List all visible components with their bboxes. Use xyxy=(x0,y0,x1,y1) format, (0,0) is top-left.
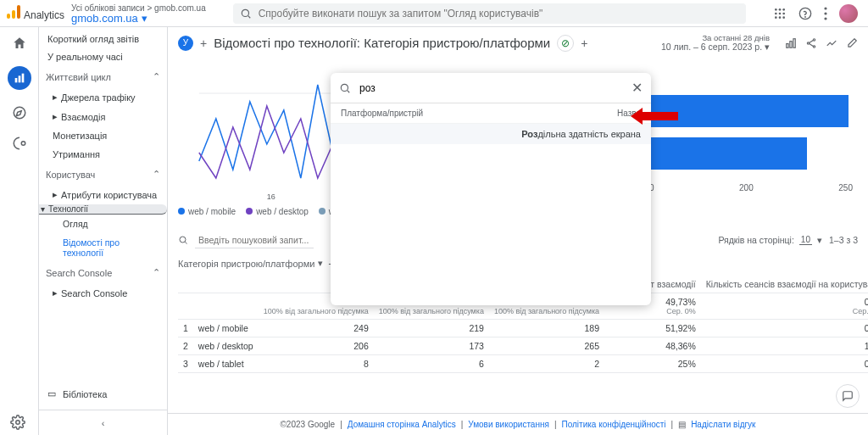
dimension-picker[interactable]: Категорія пристрою/платформи ▾ xyxy=(178,258,323,269)
col-sessions-per-user[interactable]: Кількість сеансів взаємодії на користува… xyxy=(701,276,868,293)
pagination-range: 1–3 з 3 xyxy=(829,235,858,245)
svg-point-3 xyxy=(779,8,782,11)
svg-point-20 xyxy=(21,142,25,146)
user-chip[interactable]: У xyxy=(178,36,193,51)
svg-line-35 xyxy=(348,90,350,92)
svg-point-7 xyxy=(782,12,785,14)
main: У + Відомості про технології: Категорія … xyxy=(168,27,868,435)
sidebar: Короткий огляд звітів У реальному часі Ж… xyxy=(39,27,168,435)
svg-rect-23 xyxy=(793,39,795,48)
sidebar-item-user-attrs[interactable]: ▸Атрибути користувача xyxy=(39,185,167,204)
avatar[interactable] xyxy=(839,4,858,23)
help-icon[interactable] xyxy=(798,7,812,20)
account-switcher[interactable]: Усі облікові записи > gmob.com.ua gmob.c… xyxy=(71,3,206,24)
edit-icon[interactable] xyxy=(846,37,858,49)
svg-point-9 xyxy=(779,16,782,19)
insights-icon[interactable] xyxy=(826,37,837,49)
svg-point-32 xyxy=(180,237,186,243)
svg-line-27 xyxy=(810,40,814,42)
footer-link-feedback[interactable]: Надіслати відгук xyxy=(691,420,755,429)
footer-link-privacy[interactable]: Політика конфіденційності xyxy=(561,420,665,429)
sidebar-sub-overview[interactable]: Огляд xyxy=(39,215,167,233)
ga-logo-icon xyxy=(7,5,20,19)
svg-text:16: 16 xyxy=(267,192,275,201)
svg-rect-16 xyxy=(14,78,17,82)
table-row[interactable]: 1web / mobile24921918951,92%0,761 хв 14 … xyxy=(178,319,868,337)
svg-point-2 xyxy=(775,8,777,11)
explore-icon[interactable] xyxy=(12,105,27,120)
reports-icon[interactable] xyxy=(8,66,31,90)
gear-icon[interactable] xyxy=(10,415,25,430)
ads-icon[interactable] xyxy=(12,136,27,151)
svg-line-33 xyxy=(185,243,186,244)
svg-point-13 xyxy=(824,7,826,9)
sidebar-summary[interactable]: Короткий огляд звітів xyxy=(39,27,167,47)
popup-col-platform: Платформа/пристрій xyxy=(341,109,423,118)
date-range-picker[interactable]: За останні 28 днів 10 лип. – 6 серп. 202… xyxy=(661,34,770,53)
svg-point-36 xyxy=(16,421,20,425)
global-search[interactable] xyxy=(233,3,746,24)
svg-point-26 xyxy=(813,46,815,47)
sidebar-library[interactable]: ▭ Бібліотека xyxy=(39,378,167,410)
svg-point-4 xyxy=(782,8,785,11)
rows-per-page[interactable]: Рядків на сторінці: 10▾ xyxy=(718,235,822,245)
feedback-button[interactable] xyxy=(836,384,860,408)
group-user[interactable]: Користувач⌃ xyxy=(39,164,167,185)
table-row[interactable]: 2web / desktop20617326548,36%1,292 хв 35… xyxy=(178,337,868,354)
table-search-input[interactable] xyxy=(195,232,314,248)
chevron-up-icon: ⌃ xyxy=(153,71,160,82)
plus-button[interactable]: + xyxy=(581,36,587,50)
add-button[interactable]: ⊘ xyxy=(557,35,574,52)
svg-point-10 xyxy=(782,16,785,19)
sidebar-sub-tech-details[interactable]: Відомості про технології xyxy=(39,233,167,262)
svg-rect-22 xyxy=(790,42,792,48)
sidebar-item-traffic[interactable]: ▸Джерела трафіку xyxy=(39,87,167,107)
svg-point-5 xyxy=(775,12,777,14)
more-icon[interactable] xyxy=(824,7,827,20)
global-search-input[interactable] xyxy=(257,7,739,20)
library-icon: ▭ xyxy=(47,388,56,399)
home-icon[interactable] xyxy=(12,36,27,51)
svg-text:лип.: лип. xyxy=(265,201,279,204)
svg-point-24 xyxy=(813,39,815,41)
svg-point-8 xyxy=(775,16,777,19)
svg-point-12 xyxy=(805,16,806,17)
product-name: Analytics xyxy=(24,9,64,21)
search-icon xyxy=(339,82,351,94)
sidebar-item-engagement[interactable]: ▸Взаємодія xyxy=(39,107,167,126)
chevron-down-icon: ▾ xyxy=(142,13,147,24)
sidebar-item-monetization[interactable]: Монетизація xyxy=(39,126,167,145)
search-icon xyxy=(178,235,188,245)
chevron-up-icon: ⌃ xyxy=(153,169,160,180)
group-search-console[interactable]: Search Console⌃ xyxy=(39,262,167,283)
apps-icon[interactable] xyxy=(773,7,787,20)
popup-result-screen-resolution[interactable]: Роздільна здатність екрана xyxy=(331,124,651,144)
sidebar-item-retention[interactable]: Утримання xyxy=(39,145,167,164)
sidebar-collapse[interactable]: ‹ xyxy=(39,410,167,435)
sidebar-item-search-console[interactable]: ▸Search Console xyxy=(39,283,167,303)
svg-point-14 xyxy=(824,12,826,14)
customize-icon[interactable] xyxy=(785,37,797,49)
close-icon[interactable]: ✕ xyxy=(632,80,643,96)
report-title: Відомості про технології: Категорія прис… xyxy=(214,36,550,50)
sidebar-item-tech[interactable]: ▾Технології xyxy=(39,204,167,215)
footer: ©2023 Google | Домашня сторінка Analytic… xyxy=(168,413,868,435)
account-crumb: Усі облікові записи > gmob.com.ua xyxy=(71,3,206,13)
svg-point-6 xyxy=(779,12,782,14)
group-lifecycle[interactable]: Життєвий цикл⌃ xyxy=(39,66,167,87)
share-icon[interactable] xyxy=(805,37,817,49)
sidebar-realtime[interactable]: У реальному часі xyxy=(39,47,167,66)
add-comparison[interactable]: + xyxy=(200,36,207,50)
footer-link-terms[interactable]: Умови використання xyxy=(468,420,549,429)
svg-line-28 xyxy=(810,44,814,47)
annotation-arrow xyxy=(643,112,678,120)
report-header: У + Відомості про технології: Категорія … xyxy=(168,27,868,59)
footer-link-home[interactable]: Домашня сторінка Analytics xyxy=(348,420,456,429)
svg-rect-18 xyxy=(21,74,24,83)
svg-point-15 xyxy=(824,17,826,20)
nav-rail xyxy=(0,27,39,435)
svg-point-34 xyxy=(341,84,348,91)
table-row[interactable]: 3web / tablet86225%0,250 хв 47 с xyxy=(178,354,868,372)
popup-search-input[interactable] xyxy=(358,81,625,95)
ga-logo: Analytics xyxy=(7,5,64,21)
